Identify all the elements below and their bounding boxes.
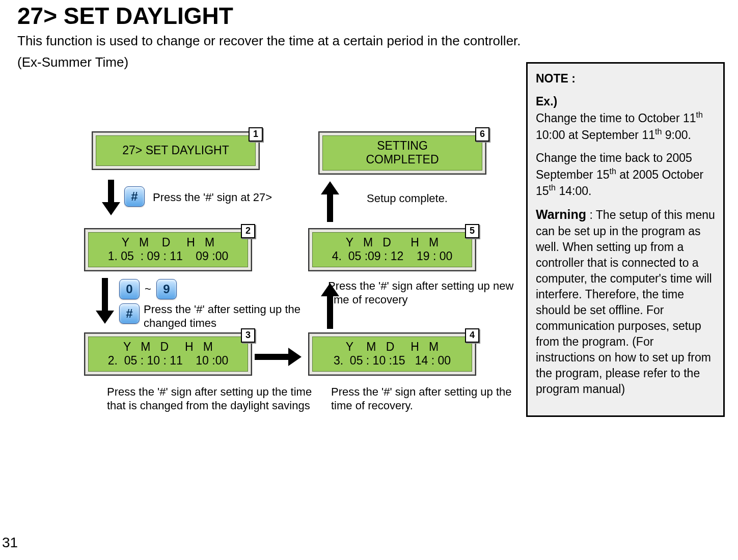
svg-marker-2 [255,348,302,366]
hash-key-icon: # [124,186,145,207]
lcd-4-line1: Y M D H M [346,340,439,354]
svg-marker-1 [96,278,114,324]
key-row-numbers: 0 ~ 9 [119,279,177,299]
lcd-6-line1: SETTING [377,139,428,153]
note-ex1-b: 10:00 at September 11 [536,128,655,141]
step-badge-4: 4 [465,328,479,343]
lcd-3-line2: 2. 05 : 10 : 11 10 :00 [108,354,229,368]
lcd-step-2: Y M D H M 1. 05 : 09 : 11 09 :00 2 [84,228,252,271]
lcd-step-3: Y M D H M 2. 05 : 10 : 11 10 :00 3 [84,332,252,376]
key-hash-2: # [119,303,140,324]
step-badge-6: 6 [475,127,489,142]
lcd-2-line2: 1. 05 : 09 : 11 09 :00 [108,249,229,264]
lcd-3-line1: Y M D H M [123,340,213,354]
arrow-up-icon-2 [321,181,339,224]
svg-marker-4 [321,181,339,222]
caption-2: Press the '#' after setting up the chang… [144,302,327,330]
note-ex1-a: Change the time to October 11 [536,111,696,125]
lcd-step-1: 27> SET DAYLIGHT 1 [92,131,260,170]
page-subtitle-1: This function is used to change or recov… [17,33,738,50]
sup-th-3: th [609,166,616,176]
lcd-5-line2: 4. 05 :09 : 12 19 : 00 [332,249,453,264]
step-badge-3: 3 [241,328,255,343]
nine-key-icon: 9 [156,279,177,299]
arrow-down-icon [102,180,120,217]
note-heading: NOTE : [536,71,715,87]
note-warning-label: Warning [536,207,586,221]
note-ex2-c: 14:00. [556,184,591,198]
lcd-1-line1: 27> SET DAYLIGHT [122,144,229,158]
note-box: NOTE : Ex.) Change the time to October 1… [526,62,725,417]
note-ex1-c: 9:00. [662,128,691,141]
caption-6: Setup complete. [367,191,448,206]
note-warning-body: : The setup of this menu can be set up i… [536,208,715,396]
lcd-4-line2: 3. 05 : 10 :15 14 : 00 [334,354,451,368]
lcd-step-4: Y M D H M 3. 05 : 10 :15 14 : 00 4 [308,332,476,376]
svg-marker-0 [102,180,120,215]
arrow-right-icon [255,348,302,368]
page-title: 27> SET DAYLIGHT [17,2,738,30]
lcd-2-line1: Y M D H M [122,236,214,250]
hash-key-icon-2: # [119,303,140,324]
lcd-step-5: Y M D H M 4. 05 :09 : 12 19 : 00 5 [308,228,476,271]
lcd-6-line2: COMPLETED [366,153,439,167]
step-badge-5: 5 [465,224,479,238]
tilde-label: ~ [145,283,151,296]
arrow-down-icon-2 [96,278,114,326]
caption-3: Press the '#' sign after setting up the … [107,385,321,413]
zero-key-icon: 0 [119,279,140,299]
page-number: 31 [2,535,18,551]
caption-1: Press the '#' sign at 27> [153,190,272,205]
sup-th-4: th [549,183,556,192]
sup-th-1: th [696,110,703,119]
lcd-step-6: SETTING COMPLETED 6 [318,131,486,175]
step-badge-2: 2 [241,224,255,238]
caption-5: Press the '#' sign after setting up new … [328,279,522,307]
key-hash-1: # [124,186,145,207]
note-ex-label: Ex.) [536,95,557,108]
step-badge-1: 1 [249,127,263,142]
caption-4: Press the '#' sign after setting up the … [331,385,535,413]
lcd-5-line1: Y M D H M [346,236,439,250]
sup-th-2: th [655,127,662,136]
